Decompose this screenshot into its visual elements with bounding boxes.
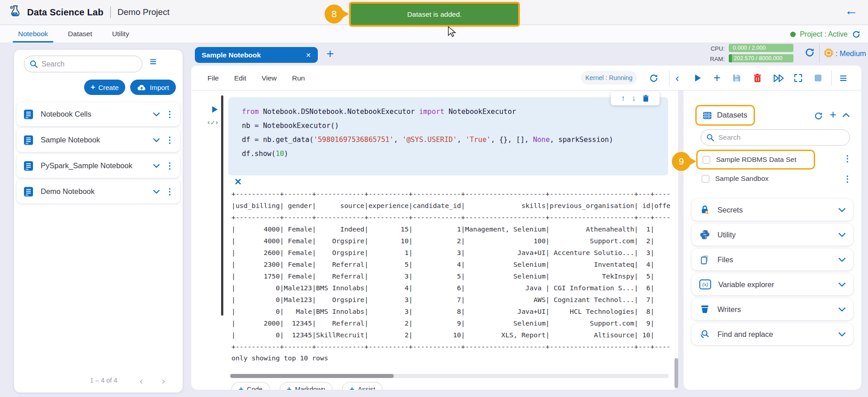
chevron-down-icon[interactable]	[839, 283, 845, 287]
scrollbar-thumb[interactable]	[230, 374, 394, 378]
code-line: df.show(10)	[242, 147, 668, 161]
menu-edit[interactable]: Edit	[234, 74, 246, 82]
cpu-usage-pill: 0.000 / 2.000	[729, 44, 793, 52]
menu-file[interactable]: File	[208, 74, 219, 82]
panel-vertical-scrollbar[interactable]	[675, 358, 678, 388]
chevron-down-icon[interactable]	[839, 208, 845, 212]
menu-view[interactable]: View	[262, 74, 277, 82]
dataset-item-sample-sandbox[interactable]: Sample Sandbox	[702, 175, 769, 183]
kebab-menu-icon[interactable]: ⋮	[165, 161, 174, 170]
plus-icon: +	[91, 83, 95, 92]
pagination-next-icon[interactable]: ›	[162, 375, 165, 386]
stop-kernel-icon[interactable]	[815, 66, 821, 90]
add-assist-button[interactable]: + Assist	[342, 382, 382, 390]
chevron-down-icon[interactable]	[839, 332, 845, 336]
sidebar-menu-icon[interactable]: ≡	[150, 55, 156, 69]
notebook-icon	[23, 186, 34, 198]
datasets-header-highlight[interactable]: Datasets	[695, 105, 755, 126]
sidebar-item-demo-notebook[interactable]: Demo Notebook ⋮	[17, 180, 180, 203]
menu-bar: File Edit View Run	[208, 66, 305, 90]
sidebar-item-notebook-cells[interactable]: Notebook Cells ⋮	[17, 102, 180, 126]
chevron-down-icon[interactable]	[153, 190, 160, 194]
notebook-list: Notebook Cells ⋮ Sample Notebook ⋮ PySpa…	[17, 102, 180, 203]
kebab-menu-icon[interactable]: ⋮	[843, 154, 852, 163]
chevron-down-icon[interactable]	[153, 138, 160, 142]
move-cell-up-icon[interactable]: ↑	[621, 94, 625, 103]
kebab-menu-icon[interactable]: ⋮	[165, 187, 174, 196]
datasets-refresh-icon[interactable]	[814, 111, 823, 121]
chevron-down-icon[interactable]	[153, 113, 160, 116]
add-cell-icon[interactable]: +	[713, 66, 721, 90]
delete-cell-icon[interactable]	[753, 66, 762, 90]
file-icon	[699, 254, 710, 265]
new-tab-icon[interactable]: +	[326, 47, 334, 61]
tab-notebook[interactable]: Notebook	[18, 25, 48, 43]
collapse-section-icon[interactable]	[843, 113, 849, 117]
kebab-menu-icon[interactable]: ⋮	[843, 175, 852, 183]
kebab-menu-icon[interactable]: ⋮	[165, 136, 174, 144]
dataset-checkbox[interactable]	[703, 156, 710, 164]
workspace-side-panel: Datasets + Sample RDBMS Data Set ⋮ Sampl…	[684, 90, 861, 390]
add-code-button[interactable]: + Code	[231, 382, 270, 390]
sidebar-item-sample-notebook[interactable]: Sample Notebook ⋮	[17, 128, 180, 152]
project-name: Demo Project	[118, 7, 170, 17]
output-line: | 0|Male123| Orgspire| 3| 7| AWS| Cogniz…	[231, 294, 670, 306]
import-button[interactable]: Import	[130, 80, 176, 95]
cloud-import-icon	[137, 84, 146, 91]
run-all-cells-icon[interactable]	[773, 66, 785, 90]
section-secrets[interactable]: Secrets	[692, 199, 853, 221]
toast-notification: Dataset is added.	[349, 2, 520, 27]
notebook-tab[interactable]: Sample Notebook ✕	[195, 47, 318, 63]
section-variable-explorer[interactable]: (x) Variable explorer	[692, 274, 853, 295]
output-horizontal-scrollbar[interactable]	[230, 374, 669, 378]
kernel-refresh-icon[interactable]	[649, 66, 659, 90]
chevron-down-icon[interactable]	[839, 233, 845, 237]
datasets-search-input[interactable]	[701, 129, 850, 146]
dataset-item-sample-rdbms[interactable]: Sample RDBMS Data Set	[696, 150, 815, 170]
kernel-status-badge[interactable]: Kernel : Running	[581, 71, 637, 85]
menu-run[interactable]: Run	[292, 74, 305, 82]
cell-executed-badge: ‹✓›	[207, 118, 219, 127]
back-arrow-icon[interactable]: ←	[844, 4, 858, 17]
output-line: | 4000| Female| Indeed| 15| 1|Management…	[231, 223, 670, 235]
datasets-icon	[702, 110, 712, 121]
chevron-down-icon[interactable]	[153, 164, 160, 168]
run-cell-icon[interactable]	[694, 66, 702, 90]
section-find-and-replace[interactable]: Find and replace	[692, 323, 853, 345]
section-files[interactable]: Files	[692, 249, 853, 270]
dataset-checkbox[interactable]	[702, 175, 709, 183]
fullscreen-icon[interactable]	[793, 66, 803, 90]
section-utility[interactable]: Utility	[692, 224, 853, 246]
sidebar-search-input[interactable]	[24, 56, 142, 72]
section-writers[interactable]: Writers	[692, 298, 853, 320]
project-refresh-icon[interactable]	[852, 30, 861, 39]
output-line: +-----------+-------+------------+------…	[231, 212, 670, 223]
tab-dataset[interactable]: Dataset	[68, 25, 92, 43]
sidebar-item-pyspark-sample-notebook[interactable]: PySpark_Sample Notebook ⋮	[17, 154, 180, 178]
chevron-down-icon[interactable]	[839, 307, 845, 312]
tab-utility[interactable]: Utility	[112, 25, 129, 43]
output-line: | 2600| Female| Orgspire| 1| 3| Java+UI|…	[231, 247, 670, 259]
chevron-down-icon[interactable]	[839, 258, 845, 262]
bucket-icon	[699, 304, 710, 315]
sidebar-item-label: Notebook Cells	[41, 110, 153, 118]
main-nav-tabs: Notebook Dataset Utility Project : Activ…	[0, 25, 868, 43]
create-button[interactable]: + Create	[84, 80, 126, 95]
output-close-icon[interactable]: ✕	[234, 176, 242, 187]
delete-cell-icon[interactable]	[642, 95, 649, 102]
kebab-menu-icon[interactable]: ⋮	[165, 110, 174, 118]
toolbar-menu-icon[interactable]: ≡	[840, 66, 847, 90]
collapse-left-icon[interactable]: ‹	[675, 66, 679, 90]
save-notebook-icon[interactable]	[732, 66, 741, 90]
tab-close-icon[interactable]: ✕	[306, 52, 311, 59]
pagination-prev-icon[interactable]: ‹	[140, 375, 143, 386]
add-markdown-button[interactable]: + Markdown	[280, 382, 333, 390]
resources-refresh-icon[interactable]	[804, 47, 815, 58]
move-cell-down-icon[interactable]: ↓	[632, 94, 636, 103]
cell-output-table: +-----------+-------+------------+------…	[231, 188, 670, 353]
add-dataset-icon[interactable]: +	[830, 108, 836, 122]
cell-run-icon[interactable]	[211, 105, 218, 113]
code-cell[interactable]: from Notebook.DSNotebook.NotebookExecuto…	[228, 97, 668, 175]
notebook-icon	[23, 134, 34, 146]
notebook-icon	[23, 160, 34, 172]
